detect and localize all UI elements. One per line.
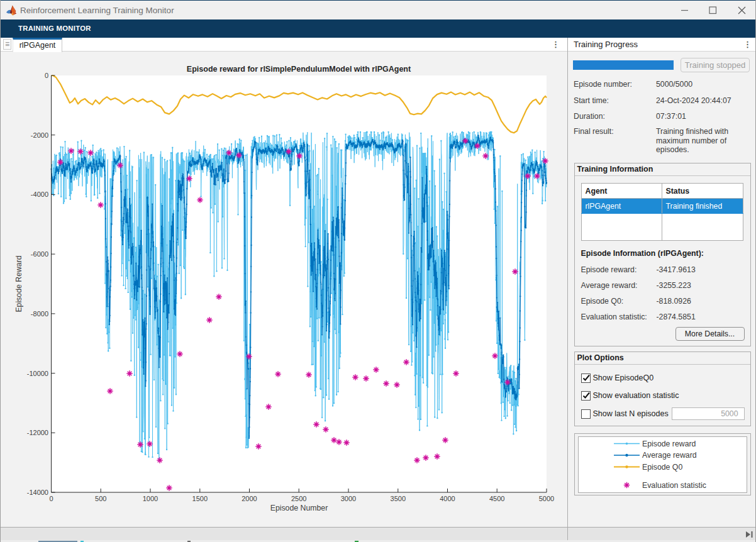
svg-text:0: 0 — [49, 495, 53, 502]
svg-text:-14000: -14000 — [27, 489, 48, 496]
svg-text:Episode reward for rlSimplePen: Episode reward for rlSimplePendulumModel… — [187, 65, 411, 74]
svg-text:4500: 4500 — [489, 495, 504, 502]
svg-text:Episode Number: Episode Number — [270, 504, 328, 512]
svg-text:3500: 3500 — [391, 495, 406, 502]
svg-text:5000: 5000 — [539, 495, 554, 502]
svg-text:Evaluation statistic: Evaluation statistic — [642, 481, 706, 490]
svg-text:4000: 4000 — [440, 495, 455, 502]
svg-text:1500: 1500 — [192, 495, 208, 502]
svg-text:-12000: -12000 — [27, 429, 48, 436]
svg-text:2500: 2500 — [291, 495, 306, 502]
svg-text:0: 0 — [45, 72, 48, 79]
svg-text:Episode Q0: Episode Q0 — [642, 463, 682, 472]
svg-text:2000: 2000 — [242, 495, 257, 502]
svg-text:Episode Reward: Episode Reward — [14, 255, 23, 312]
svg-text:-10000: -10000 — [27, 370, 48, 377]
svg-text:3000: 3000 — [341, 495, 356, 502]
svg-text:Average reward: Average reward — [642, 451, 697, 460]
svg-text:-8000: -8000 — [31, 310, 48, 318]
svg-text:-6000: -6000 — [31, 250, 48, 258]
svg-text:-4000: -4000 — [31, 191, 48, 198]
svg-text:1000: 1000 — [143, 495, 158, 502]
svg-text:-2000: -2000 — [31, 131, 48, 139]
svg-text:500: 500 — [95, 495, 106, 502]
svg-text:Episode reward: Episode reward — [642, 440, 696, 448]
